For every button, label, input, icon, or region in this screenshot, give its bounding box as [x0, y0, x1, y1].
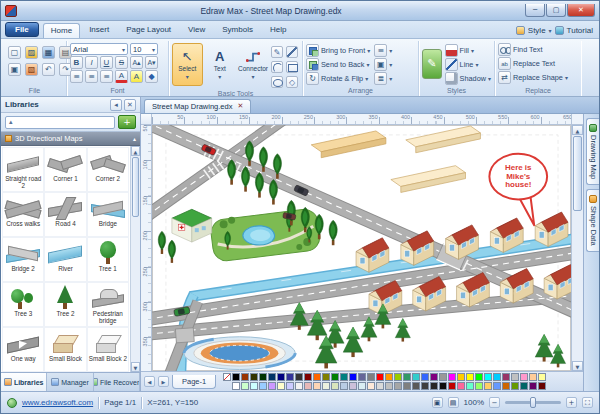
color-swatch[interactable] [277, 382, 285, 390]
color-swatch[interactable] [358, 382, 366, 390]
style-button[interactable]: Style▾ [516, 26, 554, 38]
color-swatch[interactable] [268, 382, 276, 390]
color-swatch[interactable] [250, 382, 258, 390]
color-swatch[interactable] [367, 382, 375, 390]
bring-to-front-button[interactable]: Bring to Front▾ [306, 43, 370, 57]
library-select-field[interactable]: ▴ [5, 116, 115, 129]
save-icon[interactable]: ▦ [42, 46, 55, 59]
line-tool-icon[interactable] [286, 46, 298, 58]
rotate-flip-button[interactable]: ↻ Rotate & Flip▾ [306, 71, 370, 85]
open-icon[interactable]: ▨ [25, 46, 38, 59]
color-swatch[interactable] [529, 373, 537, 381]
color-swatch[interactable] [412, 373, 420, 381]
strikethrough-button[interactable]: S [115, 56, 128, 69]
color-swatch[interactable] [520, 382, 528, 390]
align-center-icon[interactable]: ≡ [85, 70, 98, 83]
library-item[interactable]: Bridge 2 [2, 237, 44, 282]
color-swatch[interactable] [349, 373, 357, 381]
color-swatch[interactable] [394, 373, 402, 381]
library-item[interactable]: Straight road 2 [2, 147, 44, 192]
color-swatch[interactable] [304, 373, 312, 381]
previous-page-icon[interactable]: ◀ [144, 376, 155, 387]
website-link[interactable]: www.edrawsoft.com [22, 398, 93, 407]
library-item[interactable]: One way [2, 327, 44, 372]
close-button[interactable]: ✕ [567, 4, 595, 17]
color-swatch[interactable] [538, 382, 546, 390]
distribute-button[interactable]: ≣▾ [374, 71, 392, 85]
font-color-button[interactable]: A [115, 70, 128, 83]
zoom-mode-icon[interactable]: ▤ [448, 397, 459, 408]
color-swatch[interactable] [322, 382, 330, 390]
ellipse-tool-icon[interactable] [271, 76, 283, 88]
style-brush-icon[interactable]: ✎ [422, 49, 442, 79]
library-item[interactable]: Tree 2 [44, 282, 86, 327]
find-text-button[interactable]: Find Text [498, 42, 578, 56]
scroll-down-icon[interactable]: ▼ [572, 361, 583, 371]
color-swatch[interactable] [403, 373, 411, 381]
color-swatch[interactable] [457, 373, 465, 381]
no-color-swatch[interactable] [223, 373, 231, 381]
paste-icon[interactable]: ▧ [25, 63, 38, 76]
color-swatch[interactable] [367, 373, 375, 381]
document-tab[interactable]: Street Map Drawing.edx ✕ [144, 99, 251, 113]
library-section-header[interactable]: 3D Directional Maps ▴ [1, 132, 140, 146]
color-swatch[interactable] [529, 382, 537, 390]
color-swatch[interactable] [394, 382, 402, 390]
scrollbar-thumb[interactable] [132, 157, 139, 217]
zoom-slider[interactable] [505, 401, 561, 404]
shape-data-tab[interactable]: Shape Data [586, 189, 599, 252]
pencil-tool-icon[interactable]: ✎ [271, 46, 283, 58]
color-swatch[interactable] [304, 382, 312, 390]
color-swatch[interactable] [502, 382, 510, 390]
select-tool-button[interactable]: ↖ Select ▾ [172, 43, 203, 86]
align-left-icon[interactable]: ≡ [70, 70, 83, 83]
text-style-button[interactable]: ◆ [145, 70, 158, 83]
color-swatch[interactable] [268, 373, 276, 381]
fit-page-icon[interactable]: ▣ [432, 397, 443, 408]
shrink-font-button[interactable]: A▾ [145, 56, 158, 69]
add-library-button[interactable]: + [118, 115, 136, 129]
color-swatch[interactable] [457, 382, 465, 390]
zoom-out-icon[interactable]: − [489, 397, 500, 408]
library-item[interactable]: Bridge [87, 192, 129, 237]
line-style-button[interactable]: Line▾ [445, 57, 491, 71]
color-swatch[interactable] [466, 382, 474, 390]
panel-close-icon[interactable]: ✕ [124, 99, 136, 111]
color-swatch[interactable] [493, 382, 501, 390]
font-size-select[interactable]: 10▾ [130, 43, 158, 55]
tutorial-button[interactable]: Tutorial [555, 26, 595, 38]
fullscreen-icon[interactable]: ⛶ [582, 397, 593, 408]
minimize-button[interactable]: ─ [525, 4, 545, 17]
color-swatch[interactable] [412, 382, 420, 390]
color-swatch[interactable] [538, 373, 546, 381]
drawing-page[interactable]: Here is Mike's house! [152, 125, 571, 371]
color-swatch[interactable] [430, 373, 438, 381]
library-item[interactable]: Small Block [44, 327, 86, 372]
color-swatch[interactable] [475, 373, 483, 381]
color-swatch[interactable] [331, 382, 339, 390]
align-button[interactable]: ≡▾ [374, 43, 392, 57]
color-swatch[interactable] [376, 373, 384, 381]
color-swatch[interactable] [511, 373, 519, 381]
color-swatch[interactable] [349, 382, 357, 390]
color-swatch[interactable] [259, 382, 267, 390]
panel-tab-libraries[interactable]: Libraries [1, 373, 47, 391]
color-swatch[interactable] [295, 373, 303, 381]
tab-home[interactable]: Home [43, 23, 80, 38]
scrollbar-thumb[interactable] [573, 136, 582, 211]
color-swatch[interactable] [502, 373, 510, 381]
color-swatch[interactable] [385, 382, 393, 390]
drawing-canvas[interactable]: Here is Mike's house! [152, 125, 571, 371]
polygon-tool-icon[interactable]: ◇ [286, 76, 298, 88]
library-item[interactable]: Road 4 [44, 192, 86, 237]
scroll-up-icon[interactable]: ▲ [572, 125, 583, 135]
library-item[interactable]: Tree 3 [2, 282, 44, 327]
color-swatch[interactable] [421, 382, 429, 390]
color-swatch[interactable] [286, 373, 294, 381]
replace-shape-button[interactable]: ⇄Replace Shape▾ [498, 70, 578, 84]
color-swatch[interactable] [232, 382, 240, 390]
next-page-icon[interactable]: ▶ [158, 376, 169, 387]
grow-font-button[interactable]: A▴ [130, 56, 143, 69]
color-swatch[interactable] [250, 373, 258, 381]
library-item[interactable]: Tree 1 [87, 237, 129, 282]
